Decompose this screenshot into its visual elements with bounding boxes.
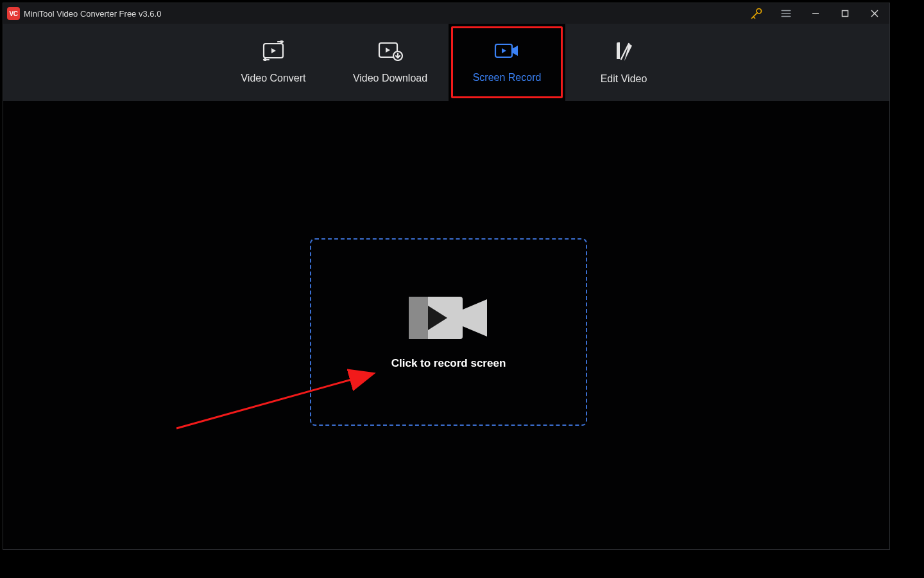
maximize-button[interactable] (830, 3, 860, 24)
svg-marker-18 (463, 299, 487, 337)
tab-label: Video Download (353, 73, 427, 84)
video-download-icon (377, 40, 404, 61)
tab-video-convert[interactable]: Video Convert (215, 24, 332, 101)
close-icon (871, 10, 878, 17)
svg-marker-11 (386, 48, 390, 53)
app-logo-icon: VC (7, 7, 20, 20)
tab-bar: Video Convert Video Download Screen Reco… (3, 24, 889, 101)
tab-video-download[interactable]: Video Download (332, 24, 449, 101)
title-bar-right (742, 3, 889, 24)
tab-edit-video[interactable]: Edit Video (565, 24, 682, 101)
upgrade-key-button[interactable] (742, 3, 771, 24)
record-screen-button[interactable]: Click to record screen (310, 238, 587, 426)
screen-record-icon (493, 41, 520, 60)
app-title: MiniTool Video Converter Free v3.6.0 (24, 9, 161, 19)
close-button[interactable] (860, 3, 889, 24)
annotation-highlight-box (451, 26, 563, 98)
record-prompt-text: Click to record screen (391, 357, 506, 370)
svg-rect-16 (409, 297, 428, 339)
key-icon (750, 7, 763, 20)
maximize-icon (841, 10, 849, 17)
menu-button[interactable] (771, 3, 801, 24)
minimize-button[interactable] (801, 3, 830, 24)
tab-label: Screen Record (473, 72, 542, 83)
tab-label: Edit Video (601, 73, 647, 85)
app-window: VC MiniTool Video Converter Free v3.6.0 (3, 3, 890, 550)
tab-screen-record[interactable]: Screen Record (449, 24, 565, 101)
content-area: Click to record screen (3, 101, 889, 549)
tab-label: Video Convert (241, 73, 305, 84)
title-bar: VC MiniTool Video Converter Free v3.6.0 (3, 3, 889, 24)
edit-video-icon (613, 40, 635, 62)
camcorder-icon (409, 294, 488, 342)
svg-marker-9 (271, 48, 276, 53)
title-bar-left: VC MiniTool Video Converter Free v3.6.0 (7, 7, 161, 20)
video-convert-icon (261, 40, 286, 61)
svg-rect-5 (843, 11, 848, 17)
hamburger-icon (780, 8, 792, 19)
svg-marker-14 (502, 48, 506, 53)
minimize-icon (812, 10, 819, 17)
